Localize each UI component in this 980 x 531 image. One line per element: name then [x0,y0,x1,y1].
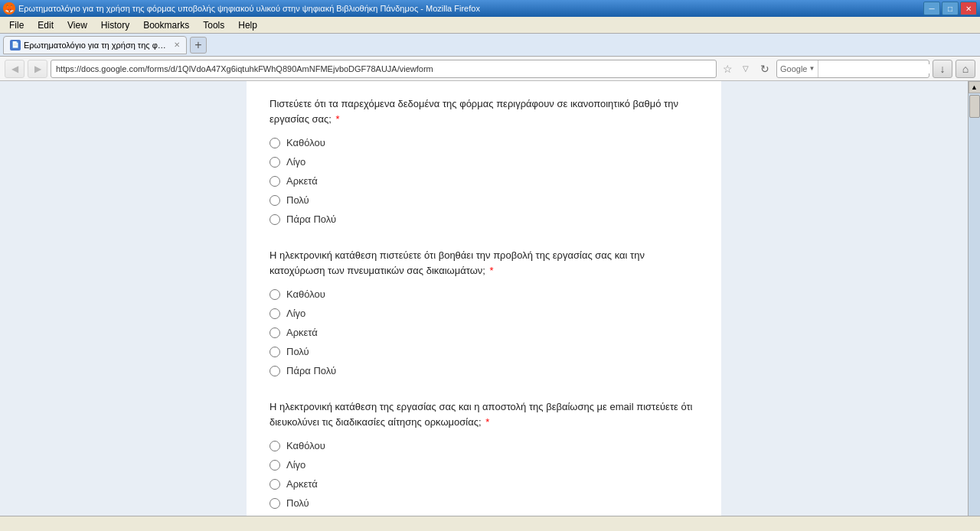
q2-option-2: Αρκετά [270,327,698,338]
q3-radio-2[interactable] [270,479,280,490]
q1-option-0: Καθόλου [270,137,698,148]
q2-option-4: Πάρα Πολύ [270,365,698,376]
q2-label-2: Αρκετά [286,327,318,338]
q3-label-0: Καθόλου [286,440,325,451]
form-container: Πιστεύετε ότι τα παρεχόμενα δεδομένα της… [247,81,721,516]
q1-label-4: Πάρα Πολύ [286,213,336,225]
q1-radio-2[interactable] [270,176,280,187]
q2-radio-0[interactable] [270,289,280,300]
new-tab-button[interactable]: + [190,37,207,54]
scrollbar-thumb[interactable] [969,95,980,118]
forward-button[interactable]: ▶ [28,60,47,78]
question-text-3: Η ηλεκτρονική κατάθεση της εργασίας σας … [270,399,698,429]
menu-bookmarks[interactable]: Bookmarks [137,18,195,32]
address-bar: ◀ ▶ ☆ ▽ ↻ Google ▼ 🔍 ↓ ⌂ [0,57,980,81]
required-marker-1: * [333,113,340,125]
q3-label-2: Αρκετά [286,478,318,490]
q2-label-3: Πολύ [286,346,309,357]
question-block-2: Η ηλεκτρονική κατάθεση πιστεύετε ότι βοη… [270,248,698,376]
q2-label-0: Καθόλου [286,288,325,300]
q2-radio-3[interactable] [270,347,280,357]
q3-radio-1[interactable] [270,460,280,471]
bookmark-down-icon[interactable]: ▽ [738,61,753,77]
q1-label-1: Λίγο [286,156,305,168]
browser-tab[interactable]: 📄 Ερωτηματολόγιο για τη χρήση της φόρμας… [3,36,187,54]
q2-option-0: Καθόλου [270,288,698,300]
q2-radio-1[interactable] [270,308,280,319]
required-marker-3: * [483,416,490,428]
menu-tools[interactable]: Tools [197,18,230,32]
q1-radio-3[interactable] [270,195,280,206]
q3-label-1: Λίγο [286,459,305,471]
refresh-button[interactable]: ↻ [756,60,773,77]
menu-history[interactable]: History [95,18,136,32]
q1-label-0: Καθόλου [286,137,325,148]
tab-bar: 📄 Ερωτηματολόγιο για τη χρήση της φόρμας… [0,34,980,57]
q3-label-3: Πολύ [286,497,309,509]
tab-close-icon[interactable]: ✕ [174,41,180,49]
status-bar [0,516,980,531]
search-bar: Google ▼ 🔍 [776,60,929,78]
download-button[interactable]: ↓ [933,60,952,78]
q1-radio-0[interactable] [270,138,280,148]
q1-option-3: Πολύ [270,194,698,206]
bookmark-star-icon[interactable]: ☆ [720,61,735,77]
q3-option-0: Καθόλου [270,440,698,451]
question-block-1: Πιστεύετε ότι τα παρεχόμενα δεδομένα της… [270,96,698,225]
minimize-button[interactable]: ─ [923,2,940,15]
tab-favicon: 📄 [10,40,21,50]
q1-option-2: Αρκετά [270,175,698,187]
q3-radio-0[interactable] [270,441,280,451]
q1-option-4: Πάρα Πολύ [270,213,698,225]
scrollbar-up-button[interactable]: ▲ [969,81,981,93]
q3-option-3: Πολύ [270,497,698,509]
scrollbar-track: ▲ [968,81,980,516]
question-text-1: Πιστεύετε ότι τα παρεχόμενα δεδομένα της… [270,96,698,126]
title-bar: 🦊 Ερωτηματολόγιο για τη χρήση της φόρμας… [0,0,980,17]
q3-option-1: Λίγο [270,459,698,471]
q2-option-1: Λίγο [270,308,698,319]
q1-label-2: Αρκετά [286,175,318,187]
q2-option-3: Πολύ [270,346,698,357]
browser-content: Πιστεύετε ότι τα παρεχόμενα δεδομένα της… [0,81,980,516]
search-engine-label[interactable]: Google ▼ [777,60,818,77]
firefox-icon: 🦊 [3,2,15,15]
q2-label-4: Πάρα Πολύ [286,365,336,376]
question-block-3: Η ηλεκτρονική κατάθεση της εργασίας σας … [270,399,698,516]
search-engine-icon: ▼ [808,65,815,72]
back-button[interactable]: ◀ [5,60,24,78]
question-text-2: Η ηλεκτρονική κατάθεση πιστεύετε ότι βοη… [270,248,698,278]
q1-label-3: Πολύ [286,194,309,206]
q1-radio-4[interactable] [270,214,280,225]
home-button[interactable]: ⌂ [956,60,975,78]
close-button[interactable]: ✕ [960,2,977,15]
window-controls: ─ □ ✕ [923,2,977,15]
q2-radio-4[interactable] [270,366,280,376]
q2-radio-2[interactable] [270,327,280,338]
search-input[interactable] [818,64,930,73]
menu-bar: File Edit View History Bookmarks Tools H… [0,17,980,34]
menu-edit[interactable]: Edit [31,18,60,32]
maximize-button[interactable]: □ [942,2,959,15]
menu-help[interactable]: Help [232,18,263,32]
q2-label-1: Λίγο [286,308,305,319]
menu-file[interactable]: File [3,18,30,32]
q3-radio-3[interactable] [270,498,280,509]
address-input[interactable] [51,60,717,78]
q1-radio-1[interactable] [270,157,280,168]
menu-view[interactable]: View [61,18,93,32]
required-marker-2: * [487,265,494,276]
q1-option-1: Λίγο [270,156,698,168]
q3-option-2: Αρκετά [270,478,698,490]
tab-label: Ερωτηματολόγιο για τη χρήση της φόρμας υ… [24,41,168,50]
page-area: Πιστεύετε ότι τα παρεχόμενα δεδομένα της… [0,81,968,516]
window-title: Ερωτηματολόγιο για τη χρήση της φόρμας υ… [18,4,480,13]
